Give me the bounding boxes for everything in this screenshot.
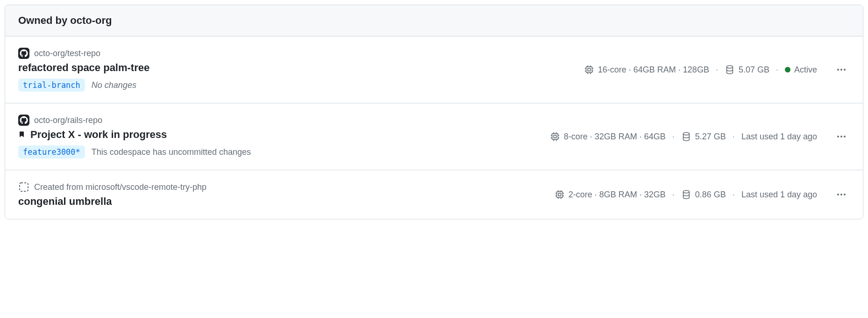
codespace-meta: 2-core · 8GB RAM · 32GB·0.86 GB·Last use… (555, 186, 850, 203)
kebab-horizontal-icon (836, 189, 847, 200)
status-dot-icon (785, 67, 790, 72)
codespace-info: octo-org/rails-repoProject X - work in p… (18, 115, 251, 159)
template-prefix-wrap: Created from microsoft/vscode-remote-try… (34, 182, 206, 192)
cpu-icon (584, 65, 594, 75)
repo-line: octo-org/rails-repo (18, 115, 251, 126)
database-icon (681, 131, 691, 142)
branch-badge[interactable]: feature3000* (18, 145, 85, 159)
codespace-actions-menu[interactable] (833, 186, 850, 203)
panel-header: Owned by octo-org (5, 5, 863, 36)
codespace-name-line: Project X - work in progress (18, 129, 251, 141)
codespace-list: octo-org/test-reporefactored space palm-… (5, 36, 863, 219)
codespace-meta: 8-core · 32GB RAM · 64GB·5.27 GB·Last us… (550, 128, 850, 145)
database-icon (725, 65, 735, 75)
codespace-row: Created from microsoft/vscode-remote-try… (5, 170, 863, 219)
codespace-name-link[interactable]: Project X - work in progress (30, 129, 167, 141)
storage-spec: 5.27 GB (681, 131, 726, 142)
codespace-row: octo-org/test-reporefactored space palm-… (5, 36, 863, 103)
database-icon (681, 189, 691, 200)
changes-text: This codespace has uncommitted changes (92, 147, 251, 157)
storage-text: 5.07 GB (739, 65, 769, 75)
machine-spec: 8-core · 32GB RAM · 64GB (550, 131, 666, 142)
status: Active (785, 65, 817, 75)
status-text: Active (794, 65, 817, 75)
machine-text: 2-core · 8GB RAM · 32GB (569, 190, 666, 200)
template-prefix: Created from (34, 182, 85, 192)
separator: · (733, 190, 735, 200)
storage-spec: 0.86 GB (681, 189, 726, 200)
kebab-horizontal-icon (836, 64, 847, 75)
codespace-name-line: refactored space palm-tree (18, 62, 149, 74)
branch-badge[interactable]: trial-branch (18, 79, 85, 92)
cpu-icon (555, 189, 565, 200)
separator: · (672, 190, 675, 200)
github-icon (18, 48, 29, 59)
changes-text: No changes (92, 80, 136, 90)
branch-line: feature3000*This codespace has uncommitt… (18, 145, 251, 159)
repo-line: octo-org/test-repo (18, 48, 149, 59)
repo-link[interactable]: octo-org/test-repo (34, 49, 100, 58)
storage-text: 0.86 GB (695, 190, 726, 200)
repo-link[interactable]: octo-org/rails-repo (34, 116, 102, 125)
storage-spec: 5.07 GB (725, 65, 769, 75)
separator: · (672, 132, 675, 142)
template-repo-icon (18, 181, 29, 193)
codespace-row: octo-org/rails-repoProject X - work in p… (5, 103, 863, 170)
status-text: Last used 1 day ago (741, 190, 817, 200)
codespace-name-link[interactable]: congenial umbrella (18, 195, 112, 208)
separator: · (776, 65, 778, 75)
cpu-icon (550, 131, 560, 142)
separator: · (733, 132, 735, 142)
bookmark-icon (18, 130, 27, 139)
repo-link[interactable]: microsoft/vscode-remote-try-php (85, 182, 206, 192)
panel-title: Owned by octo-org (18, 14, 850, 27)
codespace-info: octo-org/test-reporefactored space palm-… (18, 48, 149, 92)
machine-spec: 2-core · 8GB RAM · 32GB (555, 189, 666, 200)
repo-line: Created from microsoft/vscode-remote-try… (18, 181, 206, 193)
github-icon (18, 115, 29, 126)
status-text: Last used 1 day ago (741, 132, 817, 142)
storage-text: 5.27 GB (695, 132, 726, 142)
branch-line: trial-branchNo changes (18, 79, 149, 92)
kebab-horizontal-icon (836, 131, 847, 142)
codespace-meta: 16-core · 64GB RAM · 128GB·5.07 GB·Activ… (584, 61, 850, 78)
machine-spec: 16-core · 64GB RAM · 128GB (584, 65, 709, 75)
codespace-actions-menu[interactable] (833, 128, 850, 145)
separator: · (716, 65, 718, 75)
codespace-name-line: congenial umbrella (18, 195, 206, 208)
codespace-info: Created from microsoft/vscode-remote-try… (18, 181, 206, 208)
machine-text: 16-core · 64GB RAM · 128GB (598, 65, 709, 75)
machine-text: 8-core · 32GB RAM · 64GB (564, 132, 666, 142)
codespace-name-link[interactable]: refactored space palm-tree (18, 62, 149, 74)
codespaces-panel: Owned by octo-org octo-org/test-reporefa… (5, 5, 863, 219)
codespace-actions-menu[interactable] (833, 61, 850, 78)
